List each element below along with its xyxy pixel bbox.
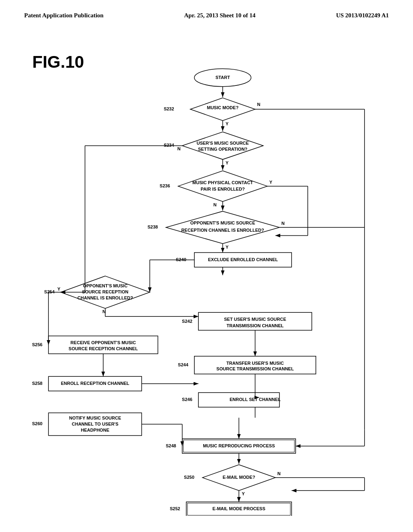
svg-text:S252: S252	[170, 506, 180, 511]
svg-text:TRANSMISSION CHANNEL: TRANSMISSION CHANNEL	[227, 323, 284, 328]
svg-marker-12	[182, 132, 263, 159]
svg-text:N: N	[277, 471, 281, 476]
svg-text:CHANNEL TO USER'S: CHANNEL TO USER'S	[72, 422, 119, 426]
svg-text:SETTING OPERATION?: SETTING OPERATION?	[198, 147, 248, 152]
flowchart: START MUSIC MODE? S232 N Y USER'S MUSIC …	[24, 60, 389, 516]
svg-rect-57	[48, 336, 158, 354]
svg-text:Y: Y	[225, 245, 229, 249]
svg-text:S246: S246	[182, 397, 192, 402]
header-left: Patent Application Publication	[24, 12, 104, 19]
svg-text:S258: S258	[32, 381, 42, 386]
svg-text:S256: S256	[32, 342, 42, 347]
svg-text:S254: S254	[44, 289, 55, 294]
svg-text:USER'S MUSIC SOURCE: USER'S MUSIC SOURCE	[196, 141, 249, 145]
svg-text:RECEIVE OPPONENT'S MUSIC: RECEIVE OPPONENT'S MUSIC	[71, 340, 136, 345]
svg-text:E-MAIL MODE PROCESS: E-MAIL MODE PROCESS	[213, 506, 265, 511]
svg-text:N: N	[257, 102, 261, 107]
svg-text:ENROLL SET CHANNEL: ENROLL SET CHANNEL	[229, 397, 281, 402]
svg-text:S260: S260	[32, 421, 42, 426]
svg-text:OPPONENT'S MUSIC: OPPONENT'S MUSIC	[83, 283, 128, 288]
svg-text:MUSIC PHYSICAL CONTACT: MUSIC PHYSICAL CONTACT	[192, 180, 253, 185]
svg-text:Y: Y	[225, 121, 229, 126]
svg-text:OPPONENT'S MUSIC SOURCE: OPPONENT'S MUSIC SOURCE	[190, 220, 255, 225]
svg-text:SOURCE RECEPTION CHANNEL: SOURCE RECEPTION CHANNEL	[69, 346, 138, 351]
svg-text:N: N	[177, 146, 181, 151]
svg-text:Y: Y	[57, 287, 60, 291]
svg-text:S236: S236	[160, 183, 170, 188]
svg-text:S240: S240	[176, 257, 186, 262]
svg-text:SOURCE RECEPTION: SOURCE RECEPTION	[82, 289, 129, 294]
svg-text:E-MAIL MODE?: E-MAIL MODE?	[223, 475, 255, 480]
header-middle: Apr. 25, 2013 Sheet 10 of 14	[184, 12, 255, 19]
svg-text:CHANNEL IS ENROLLED?: CHANNEL IS ENROLLED?	[77, 295, 133, 300]
svg-text:RECEPTION CHANNEL IS ENROLLED?: RECEPTION CHANNEL IS ENROLLED?	[181, 228, 264, 233]
svg-text:ENROLL RECEPTION CHANNEL: ENROLL RECEPTION CHANNEL	[61, 381, 129, 386]
svg-text:Y: Y	[242, 491, 245, 496]
svg-text:EXCLUDE ENROLLED CHANNEL: EXCLUDE ENROLLED CHANNEL	[208, 257, 278, 262]
header-right: US 2013/0102249 A1	[336, 12, 389, 19]
svg-text:TRANSFER USER'S MUSIC: TRANSFER USER'S MUSIC	[226, 361, 284, 366]
svg-text:PAIR IS ENROLLED?: PAIR IS ENROLLED?	[200, 187, 245, 191]
svg-text:S242: S242	[182, 319, 192, 324]
svg-text:S244: S244	[178, 362, 189, 367]
svg-text:S250: S250	[184, 475, 194, 480]
svg-text:MUSIC MODE?: MUSIC MODE?	[207, 105, 239, 110]
svg-text:S248: S248	[166, 443, 176, 448]
svg-text:HEADPHONE: HEADPHONE	[81, 428, 109, 432]
svg-text:Y: Y	[269, 180, 273, 185]
svg-text:SET USER'S MUSIC SOURCE: SET USER'S MUSIC SOURCE	[224, 317, 286, 322]
svg-text:SOURCE TRANSMISSION CHANNEL: SOURCE TRANSMISSION CHANNEL	[217, 366, 294, 371]
svg-text:N: N	[282, 221, 285, 226]
svg-text:Y: Y	[225, 160, 229, 165]
svg-text:S234: S234	[164, 143, 175, 148]
svg-text:S232: S232	[164, 106, 174, 111]
svg-text:NOTIFY MUSIC SOURCE: NOTIFY MUSIC SOURCE	[69, 416, 121, 420]
page-header: Patent Application Publication Apr. 25, …	[0, 0, 413, 23]
svg-text:START: START	[215, 75, 230, 80]
svg-text:MUSIC REPRODUCING PROCESS: MUSIC REPRODUCING PROCESS	[203, 443, 275, 448]
svg-text:S238: S238	[148, 224, 158, 229]
svg-text:N: N	[213, 202, 217, 207]
